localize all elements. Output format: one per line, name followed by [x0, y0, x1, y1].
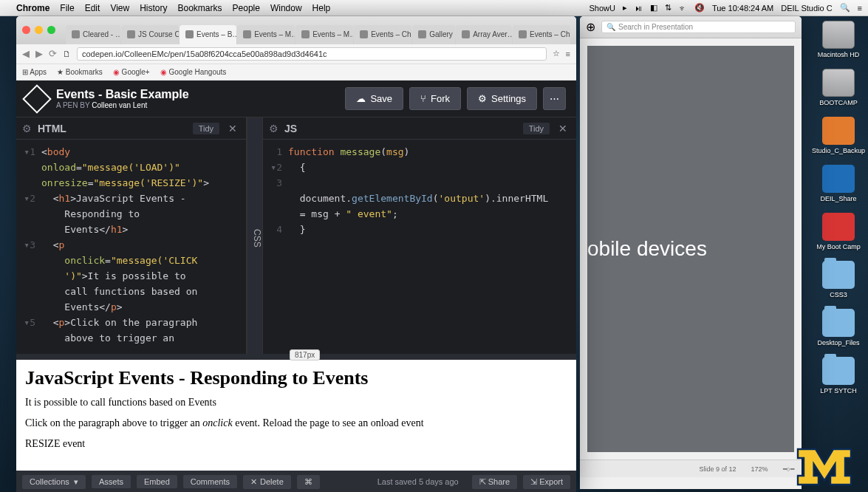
statusbar-item[interactable]: 🔍 — [840, 3, 850, 13]
delete-button[interactable]: ✕Delete — [243, 475, 291, 489]
mac-menubar: Chrome FileEditViewHistoryBookmarksPeopl… — [0, 0, 868, 16]
collections-button[interactable]: Collections ▾ — [22, 475, 86, 489]
assets-button[interactable]: Assets — [92, 475, 131, 488]
css-collapsed-pane[interactable]: CSS — [247, 117, 263, 354]
browser-tab[interactable]: Events – Ch…× — [354, 25, 411, 44]
keynote-window[interactable]: ⊕ 🔍 Search in Presentation obile devices… — [580, 16, 802, 489]
desktop-icon[interactable]: CSS3 — [815, 261, 862, 298]
codepen-app: Events - Basic Example A PEN BY Colleen … — [16, 81, 576, 492]
chrome-menu-icon[interactable]: ≡ — [566, 49, 570, 58]
bookmark-item[interactable]: ⊞ Apps — [22, 68, 47, 76]
menu-edit[interactable]: Edit — [85, 3, 100, 13]
preview-p1[interactable]: It is possible to call functions based o… — [25, 397, 567, 409]
desktop-icon[interactable]: Studio_C_Backup — [815, 117, 862, 154]
codepen-header: Events - Basic Example A PEN BY Colleen … — [16, 81, 576, 117]
html-settings-icon[interactable]: ⚙ — [22, 123, 32, 134]
desktop-icon[interactable]: DEIL_Share — [815, 165, 862, 202]
codepen-footer: Collections ▾ Assets Embed Comments ✕Del… — [16, 471, 576, 492]
address-bar: ◀ ▶ ⟳ 🗋 codepen.io/ColleenEMc/pen/15a08f… — [16, 44, 576, 65]
fork-button[interactable]: ⑂Fork — [409, 87, 461, 110]
desktop-icon[interactable]: My Boot Camp — [815, 213, 862, 250]
bookmark-star-icon[interactable]: ☆ — [553, 49, 560, 58]
save-button[interactable]: ☁Save — [345, 87, 403, 110]
preview-output: RESIZE event — [25, 438, 567, 450]
html-editor: ⚙ HTML Tidy ✕ ▾1<bodyonload="message('LO… — [16, 117, 247, 354]
width-indicator: 817px — [290, 349, 320, 361]
statusbar-item[interactable]: ≡ — [858, 4, 862, 13]
desktop-icon[interactable]: Desktop_Files — [815, 309, 862, 346]
browser-tab[interactable]: Events – M…× — [295, 25, 353, 44]
statusbar-item[interactable]: ⏯ — [635, 4, 643, 13]
desktop-wallpaper: Macintosh HDBOOTCAMPStudio_C_BackupDEIL_… — [0, 16, 868, 492]
search-icon: 🔍 — [606, 23, 615, 31]
reload-icon[interactable]: ⟳ — [49, 48, 57, 59]
statusbar-item[interactable]: ShowU — [589, 4, 615, 13]
menu-view[interactable]: View — [110, 3, 129, 13]
browser-tabs: Cleared - …×JS Course C…×Events – B…×Eve… — [66, 25, 570, 44]
desktop-icon[interactable]: BOOTCAMP — [815, 69, 862, 106]
embed-button[interactable]: Embed — [137, 475, 177, 488]
browser-tab[interactable]: Events – M…× — [237, 25, 295, 44]
browser-tab[interactable]: Cleared - …× — [66, 25, 120, 44]
browser-tab[interactable]: Events – B…× — [180, 25, 236, 44]
menu-history[interactable]: History — [140, 3, 167, 13]
last-saved: Last saved 5 days ago — [326, 477, 466, 486]
michigan-logo — [794, 446, 855, 488]
keynote-footer: Slide 9 of 12 172% ━○━ — [580, 459, 802, 477]
menubar-app[interactable]: Chrome — [16, 3, 49, 13]
page-icon: 🗋 — [63, 49, 71, 58]
browser-tab[interactable]: Array Aver…× — [456, 25, 512, 44]
menu-bookmarks[interactable]: Bookmarks — [178, 3, 222, 13]
pen-title: Events - Basic Example — [56, 88, 345, 101]
js-close-icon[interactable]: ✕ — [556, 123, 570, 134]
pane-divider[interactable]: 817px — [16, 354, 576, 360]
js-editor: ⚙ JS Tidy ✕ 1function message(msg)▾2 {3 … — [263, 117, 576, 354]
statusbar-item[interactable]: Tue 10:48:24 AM — [712, 4, 773, 13]
preview-p2: Click on the paragraph above to trigger … — [25, 417, 567, 429]
statusbar-item[interactable]: ▸ — [623, 3, 627, 13]
menu-window[interactable]: Window — [270, 3, 302, 13]
keyboard-button[interactable]: ⌘ — [297, 475, 320, 489]
html-tidy-button[interactable]: Tidy — [193, 123, 219, 134]
js-code[interactable]: 1function message(msg)▾2 {3 document.get… — [263, 140, 576, 354]
keynote-zoom-icon[interactable]: ⊕ — [586, 20, 595, 34]
statusbar-item[interactable]: ◧ — [650, 3, 657, 13]
statusbar-item[interactable]: DEIL Studio C — [781, 4, 832, 13]
window-controls[interactable] — [22, 26, 55, 34]
bookmark-item[interactable]: ◉ Google+ — [113, 68, 150, 76]
menu-file[interactable]: File — [60, 3, 74, 13]
settings-button[interactable]: ⚙Settings — [467, 87, 537, 110]
gear-icon: ⚙ — [478, 93, 487, 104]
preview-pane[interactable]: JavaScript Events - Responding to Events… — [16, 360, 576, 471]
keynote-search-input[interactable]: 🔍 Search in Presentation — [601, 21, 796, 33]
export-button[interactable]: ⇲ Export — [523, 475, 570, 489]
bookmark-item[interactable]: ◉ Google Hangouts — [160, 68, 227, 76]
more-button[interactable]: ⋯ — [543, 87, 566, 110]
chrome-titlebar: Cleared - …×JS Course C…×Events – B…×Eve… — [16, 16, 576, 44]
desktop-icon[interactable]: Macintosh HD — [815, 21, 862, 58]
statusbar-item[interactable]: ⇅ — [665, 3, 671, 13]
html-code[interactable]: ▾1<bodyonload="message('LOAD')"onresize=… — [16, 140, 246, 354]
html-close-icon[interactable]: ✕ — [225, 123, 240, 134]
editor-panes: ⚙ HTML Tidy ✕ ▾1<bodyonload="message('LO… — [16, 117, 576, 354]
chrome-window: Cleared - …×JS Course C…×Events – B…×Eve… — [16, 16, 576, 492]
menu-help[interactable]: Help — [312, 3, 331, 13]
statusbar-item[interactable]: 🔇 — [694, 3, 705, 13]
share-button[interactable]: ⇱ Share — [472, 475, 517, 489]
browser-tab[interactable]: Events – Ch…× — [513, 25, 570, 44]
js-settings-icon[interactable]: ⚙ — [269, 123, 278, 134]
keynote-zoom-slider[interactable]: ━○━ — [783, 465, 794, 473]
desktop-icon[interactable]: LPT SYTCH — [815, 357, 862, 394]
browser-tab[interactable]: Gallery× — [412, 25, 455, 44]
menu-people[interactable]: People — [233, 3, 260, 13]
browser-tab[interactable]: JS Course C…× — [121, 25, 179, 44]
statusbar-item[interactable]: ᯤ — [679, 4, 687, 13]
codepen-logo-icon[interactable] — [22, 84, 52, 114]
back-icon[interactable]: ◀ — [22, 48, 30, 59]
comments-button[interactable]: Comments — [183, 475, 237, 488]
forward-icon[interactable]: ▶ — [35, 48, 43, 59]
bookmark-item[interactable]: ★ Bookmarks — [57, 68, 103, 76]
js-tidy-button[interactable]: Tidy — [523, 123, 550, 134]
keynote-toolbar: ⊕ 🔍 Search in Presentation — [580, 16, 802, 38]
url-input[interactable]: codepen.io/ColleenEMc/pen/15a08f6204cca5… — [77, 47, 547, 61]
